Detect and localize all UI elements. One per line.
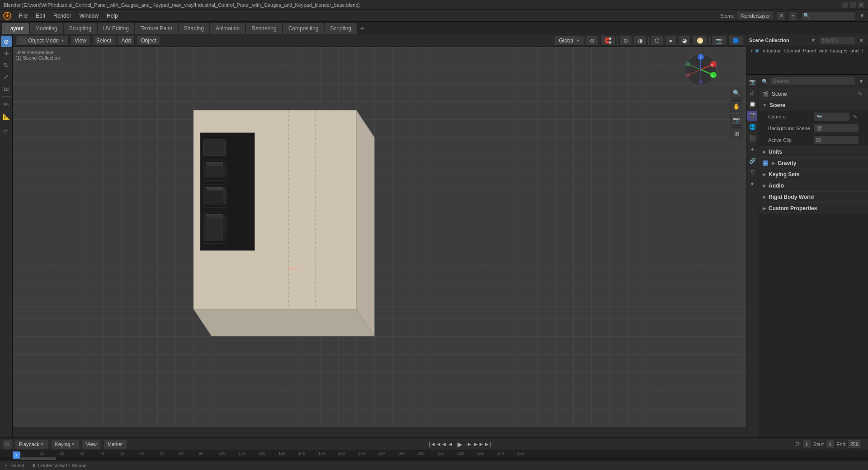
close-button[interactable]: ✕ [858,2,864,8]
menu-window[interactable]: Window [75,11,102,21]
viewport-canvas[interactable]: User Perspective (1) Scene Collection [13,47,746,428]
keying-sets-header[interactable]: ▶ Keying Sets [759,169,868,180]
render-layer-badge[interactable]: RenderLayer [737,12,774,20]
timeline-scroll-area[interactable] [0,457,868,460]
proportional-edit-btn[interactable]: ⊙ [586,36,599,46]
menu-file[interactable]: File [15,11,31,21]
end-frame-input[interactable]: 250 [847,440,862,449]
move-tool-btn[interactable]: ✛ [1,48,12,59]
scale-tool-btn[interactable]: ⤢ [1,71,12,82]
output-props-icon[interactable]: 🖨 [747,88,757,98]
solid-shading-btn[interactable]: ● [665,36,676,46]
custom-props-header[interactable]: ▶ Custom Properties [759,203,868,214]
outliner-options-btn[interactable]: ≡ [857,36,865,44]
outliner-search-input[interactable] [819,36,855,44]
world-props-icon[interactable]: 🌐 [747,122,757,132]
tab-modeling[interactable]: Modeling [30,23,63,34]
tab-scripting[interactable]: Scripting [325,23,357,34]
view-layer-props-icon[interactable]: 🔲 [747,99,757,109]
select-menu-btn[interactable]: Select [92,36,115,46]
rotate-tool-btn[interactable]: ↻ [1,60,12,70]
jump-end-btn[interactable]: ►| [483,440,491,448]
tab-layout[interactable]: Layout [2,23,29,34]
tab-rendering[interactable]: Rendering [246,23,282,34]
constraints-props-icon[interactable]: 🔗 [747,156,757,166]
wireframe-shading-btn[interactable]: ⬡ [651,36,663,46]
next-frame-btn[interactable]: ►► [474,440,482,448]
scene-options-btn[interactable]: ✎ [856,90,864,98]
rigid-body-header[interactable]: ▶ Rigid Body World [759,192,868,202]
menu-help[interactable]: Help [103,11,122,21]
grid-toggle-btn[interactable]: ⊞ [731,127,742,139]
timeline-scroll-thumb[interactable] [20,457,56,460]
gravity-checkbox[interactable]: ✓ [763,160,768,166]
particles-props-icon[interactable]: ✦ [747,145,757,155]
add-primitive-btn[interactable]: □ [1,127,12,137]
render-shading-btn[interactable]: 🌕 [693,36,708,46]
audio-header[interactable]: ▶ Audio [759,180,868,191]
maximize-button[interactable]: □ [850,2,856,8]
annotate-tool-btn[interactable]: ✏ [1,99,12,110]
camera-value[interactable]: 📷 [813,112,850,121]
overlay-btn[interactable]: ⊙ [619,36,632,46]
tab-animation[interactable]: Animation [210,23,245,34]
timeline-editor-icon[interactable]: ◷ [3,440,12,449]
scene-props-icon[interactable]: 🎬 [747,111,757,121]
props-search-input[interactable] [770,77,855,86]
jump-start-btn[interactable]: |◄ [428,440,436,448]
active-clip-value[interactable]: 🎞 [813,136,859,145]
marker-menu-btn[interactable]: Marker [104,440,127,449]
add-workspace-button[interactable]: + [358,24,367,33]
navigation-gizmo[interactable]: X Y Z [683,52,719,88]
scene-add-icon[interactable]: + [788,11,797,20]
hand-tool-btn[interactable]: ✋ [731,100,742,112]
timeline-body[interactable]: 1 1 10 20 30 40 50 60 70 80 90 100 110 1… [0,450,868,460]
zoom-in-btn[interactable]: 🔍 [731,87,742,99]
xray-btn[interactable]: ◑ [634,36,646,46]
prev-frame-btn[interactable]: ◄◄ [437,440,445,448]
bg-scene-value[interactable]: 🎬 [813,124,859,133]
camera-toggle-btn[interactable]: 📷 [731,114,742,126]
play-btn[interactable]: ▶ [455,440,464,449]
start-frame-input[interactable]: 1 [826,440,835,449]
scene-view-btn[interactable]: 🔵 [728,36,743,46]
top-search-bar[interactable]: 🔍 [801,11,855,20]
transform-tool-btn[interactable]: ⊞ [1,83,12,94]
global-transform-btn[interactable]: Global▼ [555,36,584,46]
props-filter-icon[interactable]: ▼ [857,77,865,85]
current-frame-display[interactable]: 1 [802,440,811,449]
filter-icon[interactable]: ▼ [858,12,866,20]
camera-edit-btn[interactable]: ✎ [851,112,859,121]
object-mode-dropdown[interactable]: ⬛ Object Mode ▼ [15,36,69,46]
next-keyframe-btn[interactable]: ► [465,440,473,448]
tab-uv-editing[interactable]: UV Editing [98,23,134,34]
menu-render[interactable]: Render [50,11,75,21]
scene-section-header[interactable]: ▼ Scene [759,100,868,111]
material-shading-btn[interactable]: ◕ [678,36,691,46]
menu-edit[interactable]: Edit [32,11,49,21]
object-props-icon[interactable]: ⬛ [747,133,757,143]
cursor-tool-btn[interactable]: ⊕ [1,36,12,47]
view-menu-btn-tl[interactable]: View [82,440,100,449]
playback-menu-btn[interactable]: Playback ▼ [15,440,48,449]
units-header[interactable]: ▶ Units [759,146,868,157]
snap-btn[interactable]: 🧲 [600,36,615,46]
data-props-icon[interactable]: ▽ [747,167,757,177]
material-props-icon[interactable]: ● [747,179,757,188]
tab-compositing[interactable]: Compositing [283,23,324,34]
add-menu-btn[interactable]: Add [117,36,135,46]
render-props-icon[interactable]: 📷 [747,77,757,87]
scene-settings-icon[interactable]: ⚙ [777,11,786,20]
prev-keyframe-btn[interactable]: ◄ [446,440,454,448]
outliner-filter-btn[interactable]: ▼ [809,36,817,44]
frame-settings-icon[interactable]: ⏱ [793,441,801,448]
view-menu-btn[interactable]: View [71,36,90,46]
minimize-button[interactable]: — [842,2,848,8]
keying-menu-btn[interactable]: Keying ▼ [52,440,79,449]
camera-view-btn[interactable]: 📷 [712,36,726,46]
tab-sculpting[interactable]: Sculpting [64,23,97,34]
scene-collection-item[interactable]: ▸ ◉ Industrial_Control_Panel_with_Gauges… [746,46,868,55]
tab-texture-paint[interactable]: Texture Paint [135,23,178,34]
object-menu-btn[interactable]: Object [137,36,160,46]
tab-shading[interactable]: Shading [179,23,209,34]
